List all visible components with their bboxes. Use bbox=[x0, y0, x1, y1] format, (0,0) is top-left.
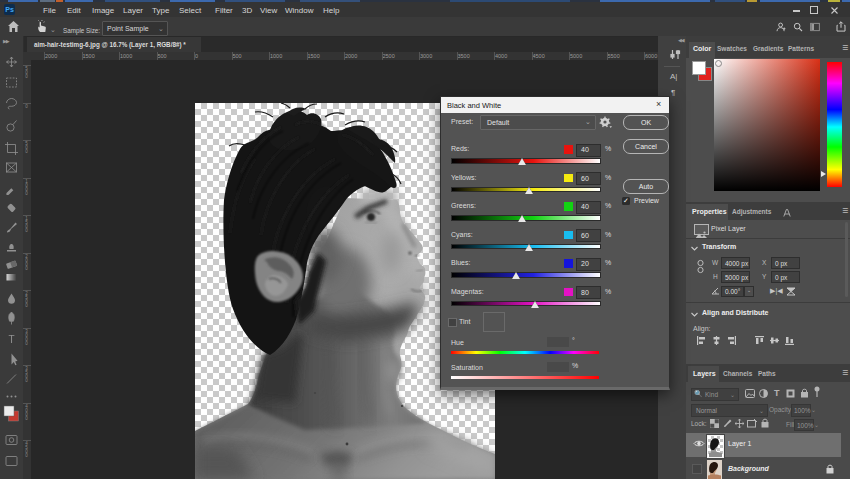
svg-text:T: T bbox=[8, 334, 14, 345]
